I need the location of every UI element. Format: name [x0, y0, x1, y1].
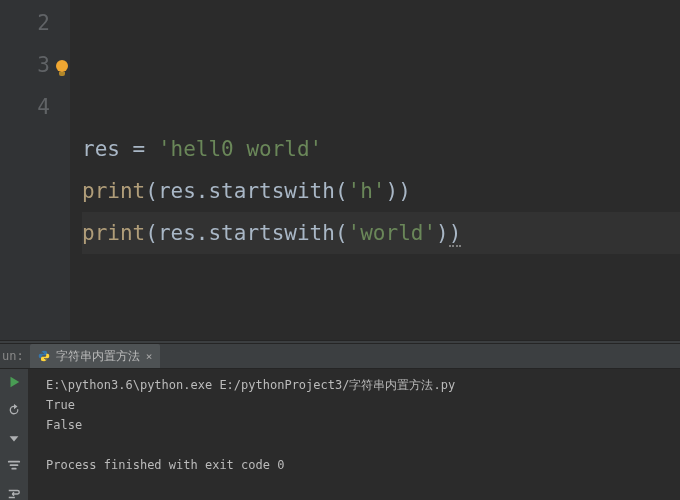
code-token: .	[196, 221, 209, 245]
code-token: startswith	[208, 221, 334, 245]
run-body: E:\python3.6\python.exe E:/pythonProject…	[0, 369, 680, 500]
line-number: 4	[0, 86, 50, 128]
code-token: res	[158, 179, 196, 203]
code-editor[interactable]: res = 'hell0 world'print(res.startswith(…	[70, 0, 680, 340]
run-tool-column	[0, 369, 28, 500]
line-number-gutter: 2 3 4	[0, 0, 70, 340]
lightbulb-icon[interactable]	[56, 60, 68, 72]
console-line: True	[46, 395, 670, 415]
code-token: )	[398, 179, 411, 203]
code-token: )	[449, 221, 462, 247]
run-tabbar: un: 字符串内置方法 ×	[0, 344, 680, 369]
code-token: =	[133, 137, 146, 161]
code-token	[145, 137, 158, 161]
code-token: )	[386, 179, 399, 203]
code-token: (	[145, 179, 158, 203]
editor-area: 2 3 4 res = 'hell0 world'print(res.start…	[0, 0, 680, 340]
code-line[interactable]: print(res.startswith('h'))	[82, 170, 680, 212]
console-line: False	[46, 415, 670, 435]
run-tab-title: 字符串内置方法	[56, 348, 140, 365]
down-arrow-icon[interactable]	[5, 429, 23, 447]
code-token: res	[158, 221, 196, 245]
line-number: 2	[0, 2, 50, 44]
code-token: startswith	[208, 179, 334, 203]
code-token: 'world'	[348, 221, 437, 245]
console-output[interactable]: E:\python3.6\python.exe E:/pythonProject…	[28, 369, 680, 500]
code-line[interactable]: res = 'hell0 world'	[82, 128, 680, 170]
line-number: 3	[0, 44, 50, 86]
restart-icon[interactable]	[5, 401, 23, 419]
code-token: 'hell0 world'	[158, 137, 322, 161]
code-token: print	[82, 221, 145, 245]
python-file-icon	[38, 350, 50, 362]
code-token: (	[145, 221, 158, 245]
code-token: res	[82, 137, 120, 161]
console-line: Process finished with exit code 0	[46, 455, 670, 475]
console-line	[46, 435, 670, 455]
code-token: )	[436, 221, 449, 245]
wrap-icon[interactable]	[5, 485, 23, 500]
code-token: 'h'	[348, 179, 386, 203]
code-token: print	[82, 179, 145, 203]
console-line: E:\python3.6\python.exe E:/pythonProject…	[46, 375, 670, 395]
close-icon[interactable]: ×	[146, 350, 153, 363]
code-token: (	[335, 179, 348, 203]
code-token: .	[196, 179, 209, 203]
run-tab[interactable]: 字符串内置方法 ×	[30, 344, 161, 368]
code-token: (	[335, 221, 348, 245]
filter-icon[interactable]	[5, 457, 23, 475]
run-panel: un: 字符串内置方法 ×	[0, 344, 680, 500]
run-play-icon[interactable]	[5, 373, 23, 391]
run-tool-label: un:	[0, 349, 30, 363]
code-token	[120, 137, 133, 161]
code-line[interactable]: print(res.startswith('world'))	[82, 212, 680, 254]
